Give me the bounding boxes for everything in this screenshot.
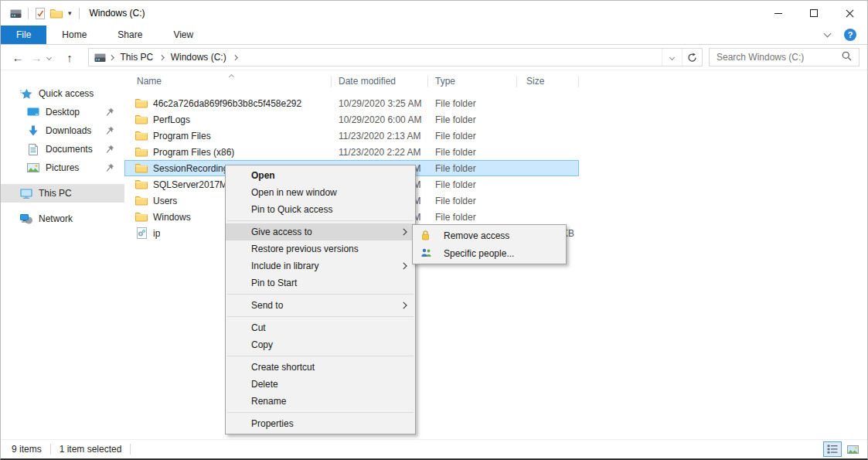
menu-separator [227,316,414,317]
downloads-arrow-icon [28,125,39,136]
context-menu-item-create-shortcut[interactable]: Create shortcut [226,359,415,376]
help-icon[interactable]: ? [844,29,856,41]
details-view-button[interactable] [823,441,842,457]
context-menu-item-copy[interactable]: Copy [226,336,415,353]
refresh-button[interactable] [682,49,702,66]
file-date: 11/23/2020 2:13 AM [332,131,428,141]
sidebar-item-downloads[interactable]: Downloads [1,121,124,140]
forward-button[interactable]: → [27,51,46,64]
context-menu-item-restore-previous-versions[interactable]: Restore previous versions [226,240,415,257]
close-button[interactable] [832,1,867,26]
file-name: Windows [153,212,191,223]
new-folder-icon[interactable] [50,9,63,19]
sidebar-item-label: Network [39,213,73,224]
status-bar: 9 items 1 item selected [1,439,867,458]
folder-icon [135,98,148,108]
tab-view[interactable]: View [158,26,209,44]
chevron-right-icon [403,302,407,309]
column-header-name[interactable]: Name [124,70,332,92]
minimize-button[interactable] [761,1,796,26]
sidebar-item-network[interactable]: Network [1,210,124,228]
sidebar-item-documents[interactable]: Documents [1,140,124,158]
column-header-date-modified[interactable]: Date modified [332,70,428,92]
sidebar-item-label: This PC [39,188,72,199]
sidebar-item-label: Documents [46,144,93,155]
sidebar-item-label: Desktop [46,107,80,118]
address-bar[interactable]: This PCWindows (C:) [88,48,703,66]
file-type: File folder [428,196,517,206]
breadcrumb-chevron-icon[interactable] [159,55,164,60]
file-row-program-files[interactable]: Program Files11/23/2020 2:13 AMFile fold… [124,128,579,144]
gear-file-icon [137,227,147,239]
file-date: 10/29/2020 6:00 AM [332,114,428,125]
chevron-right-icon [403,228,407,236]
padlock-icon [420,230,431,240]
file-type: File folder [428,163,517,174]
search-box[interactable]: Search Windows (C:) [709,48,859,66]
tab-home[interactable]: Home [46,26,102,44]
file-date: 10/29/2020 3:25 AM [332,98,428,109]
thumbnails-view-icon [847,445,859,454]
menu-separator [227,294,414,295]
give-access-to-submenu: Remove accessSpecific people... [412,224,567,264]
back-button[interactable]: ← [9,51,27,64]
maximize-button[interactable] [796,1,832,26]
submenu-item-specific-people[interactable]: Specific people... [413,244,566,262]
file-name-cell: Program Files [124,131,332,141]
thumbnails-view-button[interactable] [843,441,862,457]
drive-icon [94,53,106,63]
sidebar-item-quick-access[interactable]: Quick access [1,84,124,103]
column-header-type[interactable]: Type [428,70,517,92]
expand-ribbon-chevron-icon[interactable] [824,30,832,38]
context-menu-item-include-in-library[interactable]: Include in library [226,257,415,274]
menu-separator [227,356,414,356]
file-row-46c2a726da869f96b3b8c5f458e292[interactable]: 46c2a726da869f96b3b8c5f458e29210/29/2020… [124,95,579,111]
file-type: File folder [428,98,517,109]
context-menu-item-delete[interactable]: Delete [226,376,415,393]
breadcrumb-chevron-icon[interactable] [233,55,237,60]
sidebar-item-this-pc[interactable]: This PC [1,184,124,203]
file-row-program-files-x86[interactable]: Program Files (x86)11/23/2020 2:22 AMFil… [124,144,579,160]
breadcrumb-item-windows-c[interactable]: Windows (C:) [168,52,230,63]
sidebar-item-pictures[interactable]: Pictures [1,158,124,177]
tab-share[interactable]: Share [102,26,158,44]
file-date: 11/23/2020 2:22 AM [332,147,428,158]
properties-checkmark-icon[interactable] [35,8,46,19]
refresh-icon [687,53,697,63]
separator [50,444,51,455]
folder-icon [135,147,148,157]
address-dropdown-button[interactable] [662,49,682,66]
file-name: Program Files [153,131,211,141]
context-menu-item-cut[interactable]: Cut [226,319,415,336]
recent-locations-chevron-icon[interactable] [46,54,52,60]
folder-icon [50,9,63,19]
folder-icon [135,114,148,124]
desktop-icon [27,107,39,117]
column-header-size[interactable]: Size [517,70,579,92]
context-menu-item-open[interactable]: Open [226,167,415,184]
context-menu-item-properties[interactable]: Properties [226,415,415,432]
context-menu-item-pin-to-quick-access[interactable]: Pin to Quick access [226,201,415,218]
up-button[interactable]: ↑ [60,51,79,64]
toolbar: ← → ↑ This PCWindows (C:) Search Windows… [1,45,867,70]
file-row-perflogs[interactable]: PerfLogs10/29/2020 6:00 AMFile folder [124,111,579,128]
breadcrumb-item-this-pc[interactable]: This PC [117,52,157,63]
context-menu-item-open-in-new-window[interactable]: Open in new window [226,184,415,201]
context-menu-item-pin-to-start[interactable]: Pin to Start [226,274,415,291]
context-menu-item-rename[interactable]: Rename [226,393,415,410]
file-name: 46c2a726da869f96b3b8c5f458e292 [153,98,301,109]
qat-dropdown-icon[interactable]: ▾ [68,9,72,17]
file-name-cell: Program Files (x86) [124,147,332,158]
menu-separator [227,220,414,221]
context-menu-item-give-access-to[interactable]: Give access to [226,223,415,240]
file-type: File folder [428,147,517,158]
sidebar-item-desktop[interactable]: Desktop [1,103,124,121]
file-explorer-window: ▾ Windows (C:) FileHomeShareView ? ← → ↑… [0,0,868,460]
pictures-icon [27,163,39,172]
context-menu-item-send-to[interactable]: Send to [226,297,415,314]
breadcrumb-chevron-icon[interactable] [109,55,114,60]
file-name-cell: 46c2a726da869f96b3b8c5f458e292 [124,98,332,109]
ribbon-tabs: FileHomeShareView [1,26,209,44]
tab-file[interactable]: File [1,26,46,44]
submenu-item-remove-access[interactable]: Remove access [413,227,566,244]
